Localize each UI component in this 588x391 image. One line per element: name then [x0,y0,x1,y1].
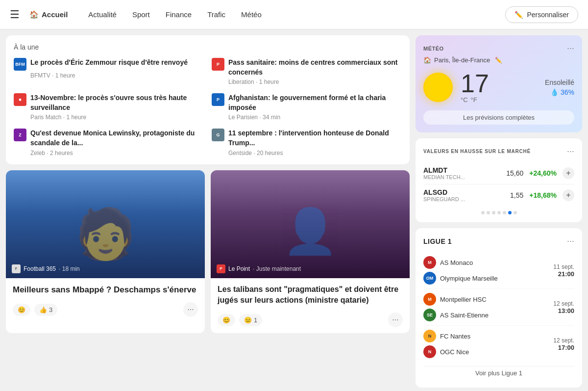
taliban-headline[interactable]: Les talibans sont "pragmatiques" et doiv… [218,284,403,306]
marche-more-button[interactable]: ··· [567,146,574,156]
hamburger-icon: ☰ [10,8,20,21]
nav-meteo[interactable]: Météo [234,6,269,23]
news-icon-4: P [212,93,224,106]
taliban-news-card[interactable]: 👤 P Le Point · Juste maintenant Les tali… [211,170,410,334]
location-icon: 🏠 [423,56,431,64]
nav-actualite[interactable]: Actualité [81,6,123,23]
stock-change-2: +18,68% [529,191,557,199]
nav-sport[interactable]: Sport [125,6,157,23]
meteo-location-row: 🏠 Paris, Île-de-France ✏️ [423,56,574,64]
taliban-more-button[interactable]: ··· [388,313,403,327]
news-headline-1[interactable]: Le procès d'Éric Zemmour risque d'être r… [30,58,188,68]
reaction-smile-icon-2: 😊 [222,316,230,324]
meteo-more-button[interactable]: ··· [567,43,574,53]
team-st-etienne[interactable]: AS Saint-Etienne [440,312,489,319]
match1-date: 11 sept. [553,263,574,270]
stock-name-1[interactable]: ALMDT [423,166,465,174]
a-la-une-title: À la une [14,43,402,51]
football365-source-icon: F [12,264,21,273]
news-headline-4[interactable]: Afghanistan: le gouvernement formé et la… [228,93,402,112]
news-icon-1: BFM [14,58,26,71]
meteo-humidity: 💧 36% [550,88,574,96]
marche-title: VALEURS EN HAUSSE SUR LE MARCHÉ [423,149,531,154]
team-marseille[interactable]: Olympique Marseille [440,275,498,282]
news-icon-5: Z [14,129,26,141]
news-headline-6[interactable]: 11 septembre : l'intervention honteuse d… [228,129,402,148]
taliban-reaction-2[interactable]: 😐 1 [239,314,262,326]
match2-time: 13:00 [553,307,574,314]
sun-icon [423,73,453,102]
news-headline-2[interactable]: Pass sanitaire: moins de centres commerc… [228,58,402,77]
match1-time: 21:00 [553,270,574,278]
match3-date: 12 sept. [553,337,574,344]
news-item-5: Z Qu'est devenue Monica Lewinsky, protag… [14,129,204,156]
edit-location-icon[interactable]: ✏️ [495,57,502,64]
ligue1-more-button[interactable]: ··· [567,236,574,246]
match-row-2: M Montpellier HSC SE AS Saint-Etienne 12… [423,289,574,326]
football-reaction-1[interactable]: 😊 [13,304,30,316]
football-more-button[interactable]: ··· [183,302,198,317]
stock-name-2[interactable]: ALSGD [423,188,465,196]
nav-trafic[interactable]: Trafic [200,6,232,23]
news-meta-2: Liberation · 1 heure [212,78,402,85]
team-montpellier[interactable]: Montpellier HSC [440,296,487,303]
personnaliser-button[interactable]: ✏️ Personnaliser [505,6,578,23]
news-meta-4: Le Parisien · 34 min [212,114,402,121]
temp-unit-c: °C [461,96,468,104]
stock-add-1[interactable]: + [563,167,574,179]
news-item-3: ■ 13-Novembre: le procès s'ouvre sous tr… [14,93,204,121]
football-source: Football 365 [24,265,56,272]
stock-add-2[interactable]: + [563,189,574,201]
news-meta-5: Zeleb · 2 heures [14,150,204,156]
stock-price-1: 15,60 [506,169,523,177]
team-monaco[interactable]: AS Monaco [440,259,473,266]
news-item-6: G 11 septembre : l'intervention honteuse… [212,129,402,156]
main-nav: Actualité Sport Finance Trafic Météo [81,6,505,23]
football-news-card[interactable]: 🧑 F Football 365 · 18 min Meilleurs sans… [6,170,205,334]
news-headline-3[interactable]: 13-Novembre: le procès s'ouvre sous très… [30,93,204,112]
news-meta-1: BFMTV · 1 heure [14,72,204,79]
meteo-title: MÉTÉO [423,46,444,52]
stock-subname-1: MEDIAN TECH... [423,174,465,180]
match2-date: 12 sept. [553,300,574,307]
home-link[interactable]: 🏠 Accueil [29,10,68,19]
news-icon-6: G [212,129,224,141]
ligue1-more-link[interactable]: Voir plus Ligue 1 [423,366,574,380]
stetienne-logo: SE [423,309,436,321]
nantes-logo: N [423,330,436,342]
nav-finance[interactable]: Finance [159,6,198,23]
temperature-value: 17 [461,71,489,96]
team-nice[interactable]: OGC Nice [440,348,469,356]
home-label: Accueil [42,10,68,19]
team-nantes[interactable]: FC Nantes [440,333,470,340]
menu-button[interactable]: ☰ [10,8,20,21]
taliban-reaction-1[interactable]: 😊 [218,314,235,326]
meteo-forecast-link[interactable]: Les prévisions complètes [423,110,574,125]
news-icon-3: ■ [14,93,26,106]
news-item-1: BFM Le procès d'Éric Zemmour risque d'êt… [14,58,204,85]
stock-row-1: ALMDT MEDIAN TECH... 15,60 +24,60% + [423,162,574,184]
news-item-4: P Afghanistan: le gouvernement formé et … [212,93,402,121]
news-item-2: P Pass sanitaire: moins de centres comme… [212,58,402,85]
football-headline[interactable]: Meilleurs sans Mbappé ? Deschamps s'éner… [13,284,198,296]
meteo-card: MÉTÉO ··· 🏠 Paris, Île-de-France ✏️ 17 °… [416,35,582,132]
meteo-location: Paris, Île-de-France [434,56,490,64]
marseille-logo: OM [423,272,436,285]
football-time: · 18 min [59,265,80,272]
temp-unit-f: °F [471,96,477,104]
a-la-une-card: À la une BFM Le procès d'Éric Zemmour ri… [6,35,410,164]
taliban-reaction-count: 1 [254,316,257,324]
marche-card: VALEURS EN HAUSSE SUR LE MARCHÉ ··· ALMD… [416,138,582,222]
monaco-logo: M [423,256,436,269]
nice-logo: N [423,345,436,358]
ligue1-card: LIGUE 1 ··· M AS Monaco OM Olympique Mar… [416,228,582,388]
football-reaction-2[interactable]: 👍 3 [34,304,57,316]
reaction-thumbsup-icon: 👍 [39,306,47,313]
reaction-neutral-icon: 😐 [244,316,252,324]
stock-price-2: 1,55 [510,191,523,199]
news-meta-6: Gentside · 20 heures [212,150,402,156]
football-reaction-count: 3 [49,306,52,313]
news-headline-5[interactable]: Qu'est devenue Monica Lewinsky, protagon… [30,129,204,148]
montpellier-logo: M [423,293,436,306]
match-row-1: M AS Monaco OM Olympique Marseille 11 se… [423,252,574,289]
